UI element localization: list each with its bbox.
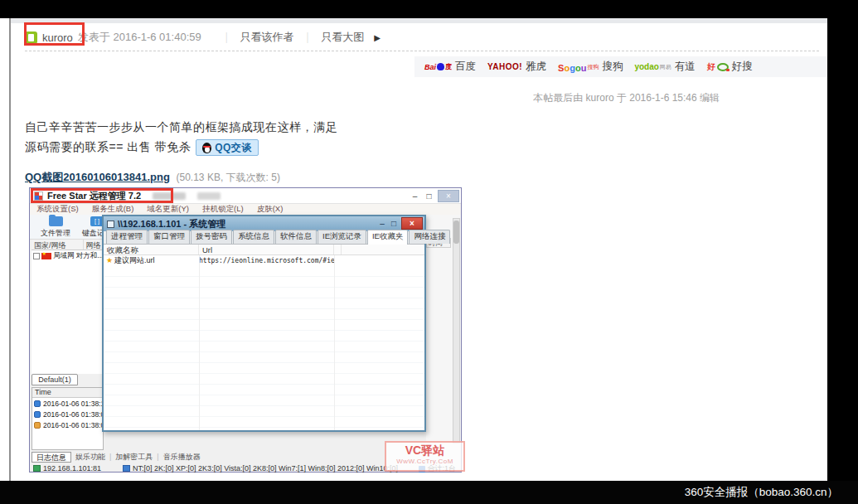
header-divider: ｜ xyxy=(302,30,313,45)
yodao-logo-sup: 网易 xyxy=(660,63,671,71)
sogou-logo-icon: Sogou xyxy=(558,60,586,75)
tab-network-connections: 网络连接 xyxy=(409,230,450,244)
favorite-url-cell: https://ieonline.microsoft.com/#ieslice xyxy=(199,257,334,264)
time-column-header: Time xyxy=(32,388,103,398)
search-engine-yodao[interactable]: yodao 网易 有道 xyxy=(634,60,695,74)
sys-window-icon xyxy=(107,220,114,228)
empty-rows-grid xyxy=(104,266,424,430)
engine-label: 有道 xyxy=(675,60,696,74)
yodao-logo-icon: yodao xyxy=(634,62,658,71)
log-event-icon xyxy=(34,400,41,407)
close-icon: × xyxy=(401,217,423,230)
qq-chat-label: QQ交谈 xyxy=(215,141,252,155)
post-text-line1: 自己辛辛苦苦一步步从一个简单的框架搞成现在这样，满足 xyxy=(25,120,337,135)
engine-label: 百度 xyxy=(455,60,476,74)
os-stats-icon xyxy=(123,465,130,472)
haosou-logo-icon: 好 xyxy=(707,61,715,73)
menu-skin: 皮肤(X) xyxy=(257,204,284,215)
view-author-only-link[interactable]: 只看该作者 xyxy=(240,30,293,45)
tab-window-manager: 窗口管理 xyxy=(148,230,190,244)
time-log-row: 2016-01-06 01:38:07 xyxy=(32,419,103,430)
favorites-header: 收藏名称 Url xyxy=(104,245,424,255)
footer-brand-bar: 360安全播报（bobao.360.cn） xyxy=(0,481,858,504)
victim-name: 局域网 对方和... xyxy=(53,251,103,261)
victims-list-header: 国家/网络 网络 xyxy=(32,240,103,250)
top-gray-strip xyxy=(11,18,827,23)
maximize-icon: □ xyxy=(388,218,400,230)
star-icon: ★ xyxy=(106,256,113,264)
baidu-paw-icon xyxy=(437,63,444,70)
os-counts: NT:[0] 2K:[0] XP:[0] 2K3:[0] Vista:[0] 2… xyxy=(133,464,398,472)
search-engine-haosou[interactable]: 好 好搜 xyxy=(707,60,753,74)
column-empty xyxy=(334,245,342,254)
engine-label: 搜狗 xyxy=(602,60,623,74)
view-large-image-link[interactable]: 只看大图 xyxy=(321,30,364,45)
tab-dialup-password: 拨号密码 xyxy=(191,230,232,244)
yahoo-logo-icon: YAHOO! xyxy=(487,62,522,71)
scrollbar-thumb xyxy=(453,220,459,244)
tab-software-info: 软件信息 xyxy=(275,230,317,244)
top-letterbox xyxy=(0,0,858,18)
column-network: 网络 xyxy=(84,240,103,250)
tab-music-player: 音乐播放器 xyxy=(159,452,205,463)
victim-row: 局域网 对方和... 外网 xyxy=(32,250,103,262)
search-engine-sogou[interactable]: Sogou 搜狗 搜狗 xyxy=(558,60,623,75)
column-country-network: 国家/网络 xyxy=(32,240,84,250)
menu-lock: 挂机锁定(L) xyxy=(202,204,244,215)
maximize-icon: □ xyxy=(422,191,436,202)
app-menubar: 系统设置(S) 服务生成(B) 域名更新(Y) 挂机锁定(L) 皮肤(X) xyxy=(30,204,461,215)
sys-window-controls: – □ × xyxy=(376,217,423,230)
sogou-logo-sup: 搜狗 xyxy=(587,63,599,71)
victims-list: 国家/网络 网络 局域网 对方和... 外网 xyxy=(32,240,104,374)
post-text-line2: 源码需要的联系== 出售 带免杀 QQ交谈 xyxy=(25,139,259,156)
folder-icon xyxy=(49,216,63,226)
tab-log-info: 日志信息 xyxy=(32,452,71,463)
engine-label: 雅虎 xyxy=(526,60,546,74)
row-checkbox xyxy=(33,253,40,259)
column-separator xyxy=(199,255,200,430)
attachment-file-link[interactable]: QQ截图20160106013841.png xyxy=(25,171,170,183)
toolbar-file-manager: 文件管理 xyxy=(36,215,75,239)
time-log-row: 2016-01-06 01:38:07 xyxy=(32,409,103,419)
censored-blur xyxy=(197,192,221,200)
right-list-strip: 时间 xyxy=(426,215,461,450)
column-separator xyxy=(334,255,335,430)
time-log-panel: Time 2016-01-06 01:38:16 2016-01-06 01:3… xyxy=(32,387,104,450)
collapse-arrow-icon[interactable]: ▶ xyxy=(374,33,381,42)
system-management-window: \\192.168.1.101 - 系统管理 – □ × 进程管理 窗口管理 拨… xyxy=(102,215,426,432)
favorite-name-cell: ★建议网站.url xyxy=(104,255,199,266)
sys-window-title: \\192.168.1.101 - 系统管理 xyxy=(118,218,225,230)
tab-crypto-tools: 加解密工具 xyxy=(111,452,157,463)
favorite-row: ★建议网站.url https://ieonline.microsoft.com… xyxy=(104,255,424,266)
post-text-line2-text: 源码需要的联系== 出售 带免杀 xyxy=(25,140,191,155)
tab-process-manager: 进程管理 xyxy=(106,230,148,244)
sys-tabbar: 进程管理 窗口管理 拨号密码 系统信息 软件信息 IE浏览记录 IE收藏夹 网络… xyxy=(104,231,424,245)
log-event-icon xyxy=(34,422,41,429)
server-status-icon xyxy=(33,465,41,472)
red-annotation-box-author xyxy=(24,22,85,46)
post-timestamp: 发表于 2016-1-6 01:40:59 xyxy=(78,30,201,45)
menu-service-build: 服务生成(B) xyxy=(92,204,134,215)
search-engine-baidu[interactable]: Bai 度 百度 xyxy=(424,60,476,74)
red-annotation-box-title xyxy=(31,188,173,203)
attachment-meta: (50.13 KB, 下载次数: 5) xyxy=(177,172,280,183)
attachment-line: QQ截图20160106013841.png (50.13 KB, 下载次数: … xyxy=(25,170,280,185)
vc-watermark: VC驿站 WwW.CcTry.CoM xyxy=(385,441,465,472)
tab-system-info: 系统信息 xyxy=(233,230,274,244)
attachment-image-app-window[interactable]: Free Star 远程管理 7.2 – □ × 系统设置(S) 服务生成(B)… xyxy=(29,187,462,472)
minimize-icon: – xyxy=(376,218,388,230)
log-event-icon xyxy=(34,411,41,418)
close-icon: × xyxy=(438,190,459,202)
search-engine-yahoo[interactable]: YAHOO! 雅虎 xyxy=(487,60,546,74)
qq-chat-button[interactable]: QQ交谈 xyxy=(196,139,259,156)
app-bottom-tabs: 日志信息 娱乐功能 | 加解密工具 | 音乐播放器 xyxy=(32,451,421,463)
tab-fun: 娱乐功能 xyxy=(71,452,109,463)
edit-note: 本帖最后由 kuroro 于 2016-1-6 15:46 编辑 xyxy=(497,91,720,105)
column-url: Url xyxy=(199,245,334,254)
app-window-controls: – □ × xyxy=(408,190,459,202)
tab-ie-favorites: IE收藏夹 xyxy=(367,230,408,245)
right-letterbox xyxy=(827,0,858,504)
group-tab-default: Default(1) xyxy=(32,374,78,385)
cn-flag-icon xyxy=(41,253,51,259)
left-border-line xyxy=(9,18,11,481)
